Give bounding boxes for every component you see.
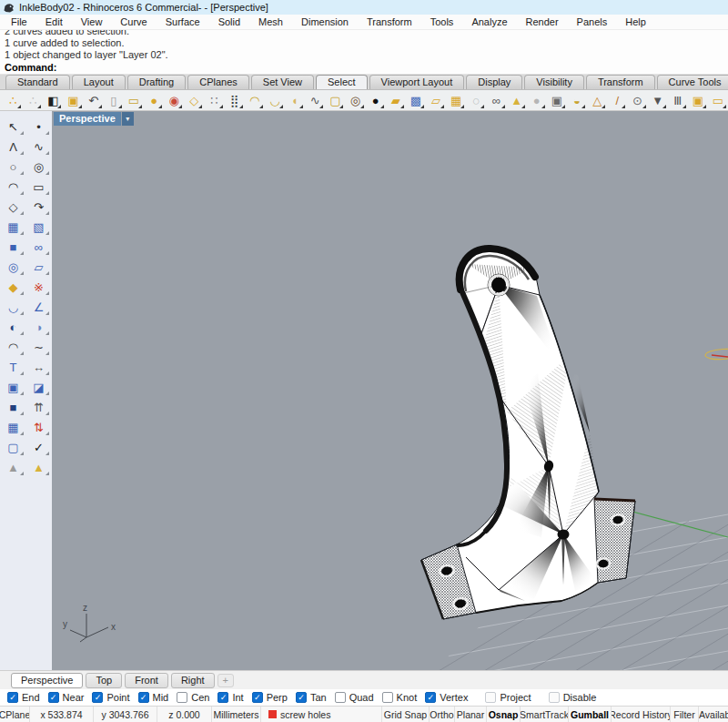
status-grid-snap-pane[interactable]: Grid Snap [382, 707, 430, 722]
toolbar-tab-layout[interactable]: Layout [72, 75, 126, 89]
group-objects-button[interactable]: ▢ [2, 438, 25, 456]
invert-selection-button[interactable]: ◧ [45, 92, 61, 109]
undo-selection-button[interactable]: ↶ [86, 92, 102, 109]
single-point-button[interactable]: • [27, 117, 50, 136]
boolean-intersection-button[interactable]: ◑ [27, 318, 50, 336]
select-spheres-button[interactable]: ● [529, 92, 545, 109]
toolbar-tab-viewport-layout[interactable]: Viewport Layout [369, 75, 465, 89]
status-available-p-pane[interactable]: Available p [699, 707, 728, 722]
deselect-points-button[interactable]: ∴ [25, 92, 41, 109]
viewport-tab-front[interactable]: Front [125, 673, 168, 688]
osnap-project-checkbox[interactable] [485, 692, 496, 703]
select-spirals-button[interactable]: ◌ [468, 92, 484, 109]
select-cones-button[interactable]: △ [589, 92, 605, 109]
menu-mesh[interactable]: Mesh [249, 16, 292, 27]
toolbar-tab-curve-tools[interactable]: Curve Tools [657, 75, 728, 89]
menu-transform[interactable]: Transform [358, 16, 421, 27]
osnap-tan-checkbox[interactable]: ✓ [296, 692, 307, 703]
select-surfaces-button[interactable]: ◇ [186, 92, 202, 109]
status-cplane-pane[interactable]: CPlane [0, 707, 30, 722]
boolean-union-button[interactable]: ◆ [2, 278, 25, 296]
toolbar-tab-standard[interactable]: Standard [5, 75, 70, 89]
menu-panels[interactable]: Panels [568, 16, 617, 27]
cone-button[interactable]: ▲ [2, 458, 25, 476]
brush-select-button[interactable]: / [609, 92, 625, 109]
menu-help[interactable]: Help [616, 16, 655, 27]
status-filter-pane[interactable]: Filter [671, 707, 699, 722]
select-open-polysurfaces-button[interactable]: ◖ [287, 92, 303, 109]
select-black-objects-button[interactable]: ● [368, 92, 384, 109]
polyline-button[interactable]: Λ [2, 137, 25, 156]
toolbar-tab-drafting[interactable]: Drafting [127, 75, 187, 89]
select-points-button[interactable]: ∴ [5, 92, 21, 109]
command-prompt[interactable]: Command: [5, 61, 728, 74]
arc-button[interactable]: ◠ [2, 178, 25, 196]
copy-objects-button[interactable]: ▣ [2, 378, 25, 396]
osnap-int-checkbox[interactable]: ✓ [217, 692, 228, 703]
menu-tools[interactable]: Tools [421, 16, 463, 27]
status-x-533-874-pane[interactable]: x 533.874 [30, 707, 94, 722]
osnap-end-checkbox[interactable]: ✓ [7, 692, 18, 703]
fillet-surface-button[interactable]: ◡ [2, 298, 25, 316]
osnap-vertex-checkbox[interactable]: ✓ [425, 692, 436, 703]
status-record-history-pane[interactable]: Record History [612, 707, 671, 722]
select-picture-frames-button[interactable]: ▭ [126, 92, 142, 109]
toolbar-tab-set-view[interactable]: Set View [251, 75, 314, 89]
torus-button[interactable]: ◎ [2, 258, 25, 276]
osnap-cen-checkbox[interactable] [177, 692, 187, 703]
osnap-mid-checkbox[interactable]: ✓ [138, 692, 149, 703]
select-open-curves-button[interactable]: ◠ [247, 92, 263, 109]
status-osnap-pane[interactable]: Osnap [487, 707, 521, 722]
status-smarttrack-pane[interactable]: SmartTrack [521, 707, 569, 722]
select-by-layer-button[interactable]: ▯ [106, 92, 122, 109]
check-objects-button[interactable]: ✓ [27, 438, 50, 456]
select-small-objects-button[interactable]: ∷ [206, 92, 222, 109]
scale-button[interactable]: ↔ [27, 358, 50, 376]
interpolated-curve-button[interactable]: ∿ [27, 137, 50, 156]
pointer-button[interactable]: ↖ [2, 117, 25, 136]
status-y-3043-766-pane[interactable]: y 3043.766 [94, 707, 157, 722]
osnap-perp-checkbox[interactable]: ✓ [252, 692, 263, 703]
osnap-quad-checkbox[interactable] [335, 692, 346, 703]
status-screw-holes-pane[interactable]: screw holes [261, 707, 382, 722]
select-volume-button[interactable]: ▣ [690, 92, 706, 109]
menu-view[interactable]: View [72, 16, 112, 27]
surface-corner-button[interactable]: ▧ [27, 218, 50, 236]
spheres-button[interactable]: ∞ [27, 238, 50, 256]
text-object-button[interactable]: T [2, 358, 25, 376]
explode-button[interactable]: ※ [27, 278, 50, 296]
boolean-solids-button[interactable]: ■ [2, 398, 25, 416]
menu-curve[interactable]: Curve [111, 16, 156, 27]
extrude-button[interactable]: ⇈ [27, 398, 50, 416]
toolbar-tab-transform[interactable]: Transform [586, 75, 655, 89]
osnap-near-checkbox[interactable]: ✓ [48, 692, 59, 703]
circle-button[interactable]: ○ [2, 158, 25, 176]
add-viewport-tab-button[interactable]: + [217, 674, 234, 687]
surface-patch-button[interactable]: ▱ [27, 258, 50, 276]
osnap-knot-checkbox[interactable] [382, 692, 393, 703]
pyramid-button[interactable]: ▲ [27, 458, 50, 476]
ellipse-button[interactable]: ◎ [27, 158, 50, 176]
select-planes-button[interactable]: ▱ [428, 92, 444, 109]
rectangle-button[interactable]: ▭ [27, 178, 50, 196]
toolbar-tab-select[interactable]: Select [316, 75, 368, 90]
select-groups-button[interactable]: ◎ [347, 92, 363, 109]
boolean-difference-button[interactable]: ◐ [2, 318, 25, 336]
select-chains-button[interactable]: ∞ [488, 92, 504, 109]
select-closed-curves-button[interactable]: ◡ [267, 92, 283, 109]
select-extrusions-button[interactable]: ▭ [710, 92, 726, 109]
select-fence-button[interactable]: Ⅲ [670, 92, 686, 109]
select-mesh-faces-button[interactable]: ▦ [448, 92, 464, 109]
menu-surface[interactable]: Surface [157, 16, 209, 27]
select-polysurfaces-button[interactable]: ● [146, 92, 162, 109]
select-boxes-button[interactable]: ▣ [549, 92, 565, 109]
selection-filter-button[interactable]: ▼ [650, 92, 666, 109]
adjust-arc-button[interactable]: ◠ [2, 338, 25, 356]
polygon-button[interactable]: ◇ [2, 198, 25, 216]
select-blocks-button[interactable]: ▩ [408, 92, 424, 109]
toolbar-tab-display[interactable]: Display [466, 75, 522, 89]
surface-from-points-button[interactable]: ▦ [2, 218, 25, 236]
status-millimeters-pane[interactable]: Millimeters [212, 707, 261, 722]
status-gumball-pane[interactable]: Gumball [569, 707, 612, 722]
menu-file[interactable]: File [2, 16, 36, 27]
